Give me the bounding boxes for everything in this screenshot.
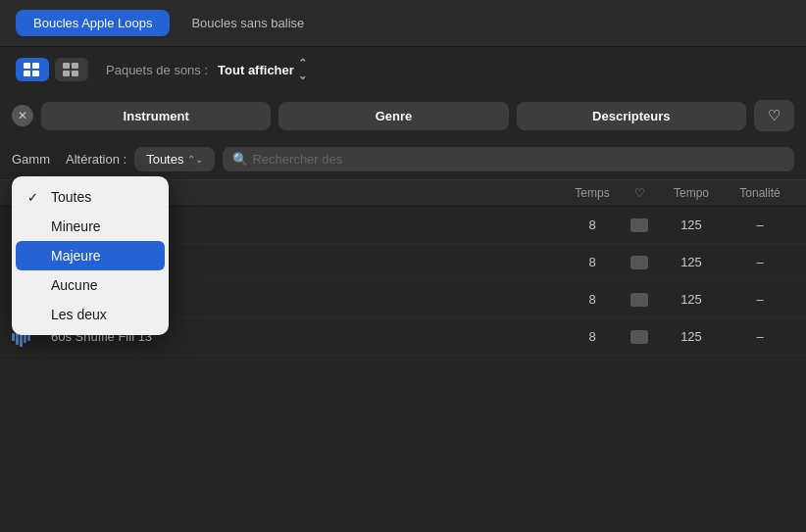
chevron-updown-icon: ⌃⌄ [298, 57, 307, 82]
dropdown-label-les-deux: Les deux [51, 307, 107, 322]
row-tempo-0: 125 [657, 218, 726, 232]
view-toggle-group [16, 58, 88, 81]
alteration-dropdown-button[interactable]: Toutes ⌃⌄ [134, 147, 215, 171]
gamme-dropdown-menu[interactable]: ✓ Toutes Mineure Majeure Aucune Les deux [12, 176, 169, 335]
row-temps-1: 8 [563, 255, 622, 269]
favorites-filter-button[interactable]: ♡ [754, 100, 794, 131]
check-icon-toutes: ✓ [27, 190, 43, 205]
sound-packs-dropdown[interactable]: Tout afficher ⌃⌄ [218, 57, 307, 82]
tab-no-tag[interactable]: Boucles sans balise [174, 10, 322, 36]
search-icon: 🔍 [232, 152, 248, 167]
app-container: Boucles Apple Loops Boucles sans balise [0, 0, 806, 532]
scale-row: Gamm ✓ Toutes Mineure Majeure Aucune Les… [0, 139, 806, 179]
col-header-heart[interactable]: ♡ [622, 186, 657, 200]
row-tempo-1: 125 [657, 255, 726, 269]
row-heart-0[interactable] [622, 218, 657, 232]
search-placeholder: Rechercher des [252, 152, 342, 167]
dropdown-item-les-deux[interactable]: Les deux [12, 300, 169, 329]
instrument-filter-button[interactable]: Instrument [41, 102, 271, 130]
alteration-label: Altération : [66, 152, 126, 167]
svg-rect-23 [12, 333, 15, 341]
sound-packs-value-text: Tout afficher [218, 63, 294, 77]
dropdown-item-mineure[interactable]: Mineure [12, 212, 169, 241]
col-header-temps[interactable]: Temps [563, 186, 622, 200]
scale-label: Gamm [12, 152, 50, 167]
svg-rect-5 [72, 63, 78, 69]
svg-rect-6 [63, 71, 70, 76]
svg-rect-1 [32, 63, 39, 69]
svg-rect-3 [32, 71, 39, 76]
alteration-chevron-icon: ⌃⌄ [187, 154, 203, 165]
svg-rect-0 [24, 63, 30, 69]
descriptors-filter-button[interactable]: Descripteurs [517, 102, 746, 130]
view-list-button[interactable] [55, 58, 88, 81]
dropdown-item-toutes[interactable]: ✓ Toutes [12, 182, 169, 212]
row-tonality-3: – [726, 329, 794, 344]
dropdown-label-majeure: Majeure [51, 248, 101, 264]
sound-packs-label: Paquets de sons : [106, 63, 208, 77]
sound-packs-row: Paquets de sons : Tout afficher ⌃⌄ [0, 47, 806, 92]
row-heart-3[interactable] [622, 330, 657, 344]
row-tonality-1: – [726, 255, 794, 269]
svg-rect-4 [63, 63, 70, 69]
tab-bar: Boucles Apple Loops Boucles sans balise [0, 0, 806, 47]
dropdown-label-toutes: Toutes [51, 189, 91, 205]
alteration-value: Toutes [146, 152, 183, 167]
svg-rect-2 [24, 71, 30, 76]
dropdown-item-aucune[interactable]: Aucune [12, 270, 169, 300]
filter-row: ✕ Instrument Genre Descripteurs ♡ [0, 92, 806, 139]
dropdown-label-mineure: Mineure [51, 218, 101, 234]
row-tonality-2: – [726, 292, 794, 307]
view-grid-button[interactable] [16, 58, 49, 81]
row-tempo-2: 125 [657, 292, 726, 307]
col-header-tempo[interactable]: Tempo [657, 186, 726, 200]
row-tonality-0: – [726, 218, 794, 232]
col-header-tonality[interactable]: Tonalité [726, 186, 794, 200]
row-temps-3: 8 [563, 329, 622, 344]
grid-icon [24, 63, 41, 76]
row-tempo-3: 125 [657, 329, 726, 344]
row-heart-1[interactable] [622, 256, 657, 269]
tab-apple-loops[interactable]: Boucles Apple Loops [16, 10, 170, 36]
row-heart-2[interactable] [622, 293, 657, 307]
genre-filter-button[interactable]: Genre [278, 102, 508, 130]
svg-rect-7 [72, 71, 78, 76]
close-filter-button[interactable]: ✕ [12, 105, 33, 126]
dropdown-label-aucune: Aucune [51, 277, 97, 293]
dropdown-item-majeure[interactable]: Majeure [16, 241, 165, 270]
search-box[interactable]: 🔍 Rechercher des [223, 147, 794, 171]
list-icon [63, 63, 80, 76]
row-temps-0: 8 [563, 218, 622, 232]
row-temps-2: 8 [563, 292, 622, 307]
